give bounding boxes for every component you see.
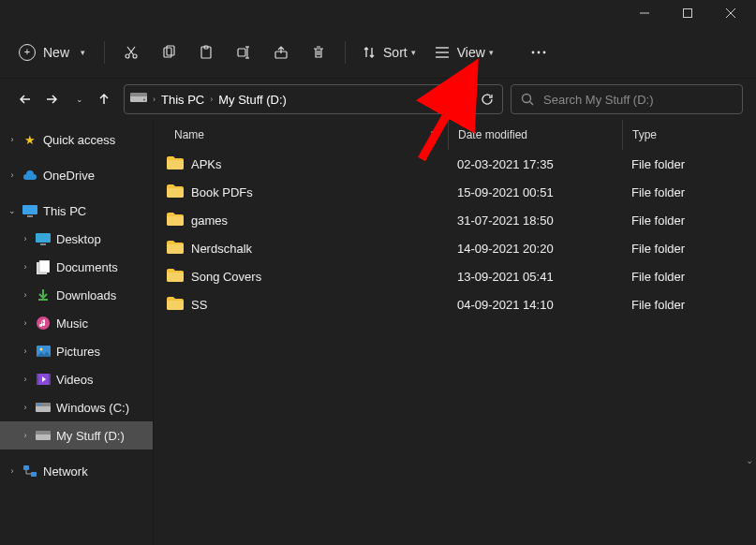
recent-locations-button[interactable]: ⌄ <box>69 95 86 104</box>
sidebar-item-videos[interactable]: › Videos <box>0 365 153 393</box>
svg-rect-12 <box>238 49 245 56</box>
sidebar-item-label: Windows (C:) <box>56 401 129 415</box>
sidebar-item-label: Downloads <box>56 288 116 302</box>
sort-button[interactable]: Sort ▾ <box>355 36 423 69</box>
documents-icon <box>36 259 51 274</box>
svg-point-36 <box>37 317 50 330</box>
svg-point-22 <box>531 51 534 53</box>
file-name: Song Covers <box>191 270 261 284</box>
sidebar-item-label: Quick access <box>43 133 115 147</box>
table-row[interactable]: Song Covers13-09-2021 05:41File folder <box>154 262 756 290</box>
refresh-button[interactable] <box>471 84 503 114</box>
sidebar-item-desktop[interactable]: › Desktop <box>0 225 153 253</box>
navigation-bar: ⌄ › This PC › My Stuff (D:) ⌄ Search My … <box>0 79 756 120</box>
close-button[interactable] <box>709 0 752 26</box>
table-row[interactable]: games31-07-2021 18:50File folder <box>154 206 756 234</box>
star-icon: ★ <box>22 132 37 147</box>
copy-button[interactable] <box>152 36 185 69</box>
search-icon <box>521 93 534 106</box>
column-date[interactable]: Date modified <box>448 120 622 150</box>
sort-label: Sort <box>383 45 408 60</box>
network-icon <box>22 464 37 479</box>
scroll-down-button[interactable]: ⌄ <box>743 453 756 466</box>
view-button[interactable]: View ▾ <box>427 36 501 69</box>
file-name: Nerdschalk <box>191 242 252 256</box>
maximize-button[interactable] <box>666 0 709 26</box>
file-list[interactable]: APKs02-03-2021 17:35File folderBook PDFs… <box>154 150 756 545</box>
delete-button[interactable] <box>302 36 335 69</box>
column-name-label: Name <box>174 128 204 141</box>
sidebar-item-network[interactable]: › Network <box>0 457 153 485</box>
search-input[interactable]: Search My Stuff (D:) <box>511 84 743 114</box>
chevron-right-icon: › <box>153 95 156 104</box>
search-placeholder: Search My Stuff (D:) <box>543 93 654 107</box>
table-row[interactable]: SS04-09-2021 14:10File folder <box>154 290 756 318</box>
svg-rect-26 <box>130 93 147 96</box>
file-date: 13-09-2021 05:41 <box>448 270 622 284</box>
column-name[interactable]: Name ˄ <box>154 120 448 150</box>
sidebar-item-pictures[interactable]: › Pictures <box>0 337 153 365</box>
chevron-right-icon: › <box>21 262 30 272</box>
breadcrumb-segment[interactable]: This PC <box>161 93 204 107</box>
folder-icon <box>167 184 184 200</box>
drive-icon <box>36 400 51 415</box>
svg-point-27 <box>143 98 145 100</box>
sidebar-item-onedrive[interactable]: › OneDrive <box>0 161 153 189</box>
folder-icon <box>167 213 184 228</box>
chevron-right-icon: › <box>7 135 17 144</box>
sidebar-item-label: Network <box>43 464 88 479</box>
plus-icon: + <box>19 44 36 61</box>
toolbar: + New ▾ Sort ▾ View ▾ <box>0 26 756 79</box>
sidebar-item-windows-c[interactable]: › Windows (C:) <box>0 393 153 421</box>
sidebar-item-downloads[interactable]: › Downloads <box>0 281 153 309</box>
nav-arrows: ⌄ <box>13 93 116 106</box>
table-row[interactable]: Nerdschalk14-09-2021 20:20File folder <box>154 234 756 262</box>
chevron-right-icon: › <box>21 431 30 440</box>
svg-rect-48 <box>31 472 37 477</box>
address-bar[interactable]: › This PC › My Stuff (D:) ⌄ <box>124 84 464 114</box>
forward-button[interactable] <box>43 93 60 106</box>
breadcrumb-segment[interactable]: My Stuff (D:) <box>218 93 287 107</box>
navigation-pane[interactable]: › ★ Quick access › OneDrive ⌄ This PC › … <box>0 120 154 545</box>
more-button[interactable] <box>522 36 556 69</box>
rename-button[interactable] <box>227 36 260 69</box>
svg-line-7 <box>127 47 134 55</box>
up-button[interactable] <box>96 93 112 106</box>
sidebar-item-music[interactable]: › Music <box>0 309 153 337</box>
file-name: SS <box>191 298 207 312</box>
svg-rect-35 <box>39 260 50 272</box>
sidebar-item-my-stuff-d[interactable]: › My Stuff (D:) <box>0 421 153 449</box>
file-date: 02-03-2021 17:35 <box>448 157 622 171</box>
videos-icon <box>36 372 51 387</box>
svg-line-6 <box>129 47 136 55</box>
share-button[interactable] <box>264 36 298 69</box>
column-type[interactable]: Type <box>622 120 756 150</box>
table-row[interactable]: APKs02-03-2021 17:35File folder <box>154 150 756 178</box>
paste-button[interactable] <box>189 36 223 69</box>
svg-rect-41 <box>49 374 51 385</box>
sidebar-item-quick-access[interactable]: › ★ Quick access <box>0 125 153 154</box>
column-date-label: Date modified <box>458 128 527 141</box>
sidebar-item-documents[interactable]: › Documents <box>0 253 153 281</box>
svg-point-23 <box>537 51 540 53</box>
folder-icon <box>167 156 184 172</box>
table-row[interactable]: Book PDFs15-09-2021 00:51File folder <box>154 178 756 206</box>
sidebar-item-this-pc[interactable]: ⌄ This PC <box>0 197 153 225</box>
cloud-icon <box>22 168 37 183</box>
file-date: 31-07-2021 18:50 <box>448 214 622 228</box>
drive-icon <box>130 93 147 107</box>
monitor-icon <box>22 203 37 218</box>
sidebar-item-label: Desktop <box>56 232 101 246</box>
svg-rect-44 <box>37 404 41 405</box>
back-button[interactable] <box>17 93 34 106</box>
chevron-down-icon: ⌄ <box>7 206 17 215</box>
new-button[interactable]: + New ▾ <box>13 36 95 69</box>
minimize-button[interactable] <box>623 0 666 26</box>
svg-point-24 <box>542 51 545 53</box>
file-name: APKs <box>191 157 222 171</box>
chevron-right-icon: › <box>21 290 30 300</box>
sidebar-item-label: Documents <box>56 260 118 274</box>
cut-button[interactable] <box>114 36 148 69</box>
address-dropdown-button[interactable]: ⌄ <box>431 86 457 112</box>
downloads-icon <box>36 287 51 302</box>
